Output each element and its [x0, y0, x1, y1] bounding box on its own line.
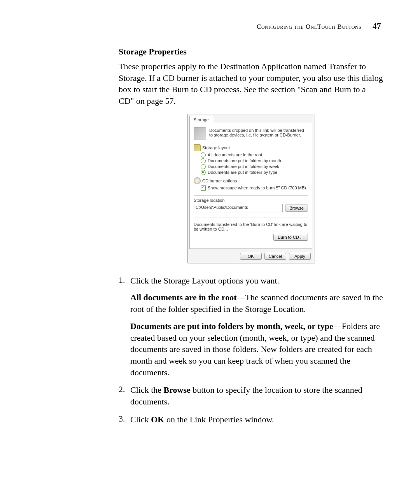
- browse-button[interactable]: Browse: [285, 205, 308, 212]
- intro-paragraph: These properties apply to the Destinatio…: [119, 61, 383, 107]
- radio-icon: [201, 152, 206, 158]
- storage-location-input[interactable]: C:\Users\Public\Documents: [194, 204, 283, 212]
- list-item: 2. Click the Browse button to specify th…: [119, 384, 383, 407]
- radio-icon: [201, 170, 206, 175]
- running-head: Configuring the OneTouch Buttons: [257, 23, 361, 30]
- divider: [194, 195, 308, 196]
- dialog-body: Documents dropped on this link will be t…: [189, 123, 312, 249]
- bold-term: OK: [151, 415, 164, 424]
- list-item: 1. Click the Storage Layout options you …: [119, 275, 383, 378]
- radio-label: Documents are put in folders by week: [208, 164, 279, 169]
- radio-label: All documents are in the root: [208, 152, 262, 157]
- cd-icon: [194, 177, 201, 184]
- checkbox-show-message[interactable]: Show message when ready to burn 5" CD (7…: [201, 186, 308, 191]
- cancel-button[interactable]: Cancel: [264, 253, 286, 260]
- storage-location-label: Storage location: [194, 198, 308, 203]
- burn-to-cd-button[interactable]: Burn to CD ...: [273, 234, 308, 241]
- list-number: 2.: [119, 384, 130, 407]
- section-title: Storage Properties: [119, 47, 383, 57]
- storage-device-icon: [194, 127, 206, 140]
- list-item: 3. Click OK on the Link Properties windo…: [119, 414, 383, 425]
- radio-by-type[interactable]: Documents are put in folders by type: [201, 170, 308, 175]
- instructions-list: 1. Click the Storage Layout options you …: [119, 275, 383, 425]
- bold-term: Documents are put into folders by month,…: [130, 321, 333, 331]
- list-number: 1.: [119, 275, 130, 378]
- tab-storage[interactable]: Storage: [189, 116, 213, 123]
- cd-burner-header: CD burner options: [194, 177, 308, 184]
- bold-term: All documents are in the root: [130, 292, 237, 302]
- burn-waiting-text: Documents transferred to the 'Burn to CD…: [194, 222, 308, 231]
- bold-term: Browse: [164, 385, 191, 395]
- radio-by-month[interactable]: Documents are put in folders by month: [201, 158, 308, 163]
- radio-by-week[interactable]: Documents are put in folders by week: [201, 164, 308, 169]
- storage-dialog: Storage Documents dropped on this link w…: [187, 114, 314, 263]
- radio-label: Documents are put in folders by type: [208, 170, 277, 175]
- list-text: Click: [130, 415, 151, 424]
- storage-layout-header: Storage layout: [194, 144, 308, 151]
- storage-layout-label: Storage layout: [202, 145, 230, 150]
- radio-label: Documents are put in folders by month: [208, 158, 281, 163]
- dialog-intro-text: Documents dropped on this link will be t…: [209, 127, 308, 137]
- radio-all-root[interactable]: All documents are in the root: [201, 152, 308, 158]
- radio-icon: [201, 158, 206, 163]
- folder-icon: [194, 144, 201, 151]
- page-number: 47: [373, 21, 381, 31]
- list-number: 3.: [119, 414, 130, 425]
- ok-button[interactable]: OK: [240, 253, 262, 260]
- dialog-button-row: OK Cancel Apply: [188, 250, 314, 263]
- cd-burner-label: CD burner options: [202, 178, 237, 183]
- list-text: Click the Storage Layout options you wan…: [130, 276, 279, 285]
- checkbox-icon: [201, 186, 206, 191]
- apply-button[interactable]: Apply: [289, 253, 311, 260]
- radio-icon: [201, 164, 206, 169]
- page-header: Configuring the OneTouch Buttons 47: [257, 21, 381, 31]
- checkbox-label: Show message when ready to burn 5" CD (7…: [208, 186, 306, 190]
- divider: [194, 217, 308, 217]
- list-text: on the Link Properties window.: [164, 415, 274, 424]
- list-text: Click the: [130, 385, 164, 395]
